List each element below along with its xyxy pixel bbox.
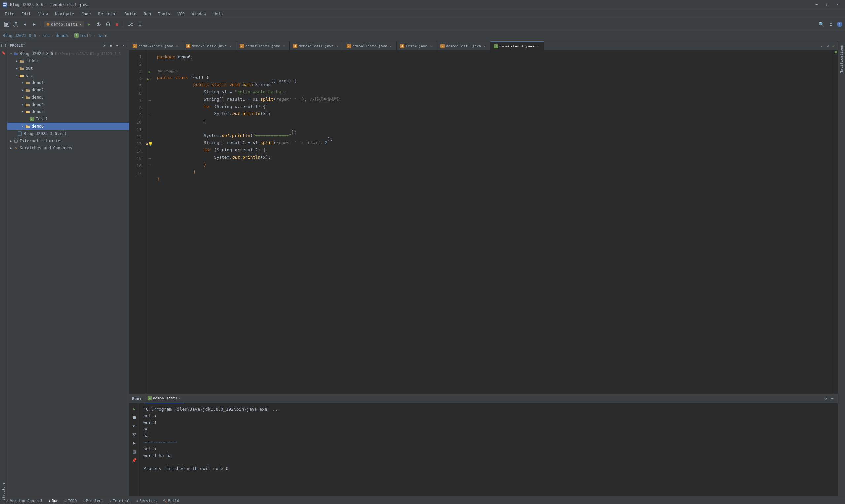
run-scroll-to-end-icon[interactable] — [131, 440, 138, 447]
toolbar-navigate-forward[interactable]: ▶ — [30, 20, 38, 29]
run-with-coverage-button[interactable] — [104, 20, 112, 29]
sidebar-collapse-icon[interactable]: ─ — [115, 43, 120, 48]
sidebar-expand-icon[interactable]: ⊞ — [108, 43, 113, 48]
fold-icon-15[interactable]: ─ — [148, 156, 151, 161]
close-button[interactable]: ✕ — [833, 1, 842, 8]
run-clear-icon[interactable] — [131, 448, 138, 455]
tab-demo4-test1[interactable]: J demo4\Test1.java ✕ — [290, 41, 343, 51]
git-icon[interactable]: ⎇ — [127, 20, 135, 29]
project-panel-toggle[interactable] — [0, 42, 7, 49]
menu-edit[interactable]: Edit — [18, 11, 34, 17]
tree-item-out[interactable]: ▶ out — [7, 65, 129, 72]
tab-close-demo6-test1[interactable]: ✕ — [536, 44, 540, 49]
tab-dropdown-icon[interactable]: ▾ — [819, 43, 825, 49]
tab-demo4-test2[interactable]: J demo4\Test2.java ✕ — [343, 41, 397, 51]
tab-close-demo2-test1[interactable]: ✕ — [175, 43, 179, 48]
tree-item-src[interactable]: ▾ src — [7, 72, 129, 79]
menu-code[interactable]: Code — [78, 11, 94, 17]
maximize-button[interactable]: □ — [823, 1, 832, 8]
tab-test4[interactable]: J Test4.java ✕ — [397, 41, 437, 51]
run-tab-demo6[interactable]: J demo6.Test1 ✕ — [144, 394, 184, 403]
breadcrumb-src[interactable]: src — [42, 33, 50, 38]
run-arrow-4[interactable]: ▶ — [147, 77, 149, 81]
tree-item-iml[interactable]: Blog_J2023_8_6.iml — [7, 130, 129, 137]
toolbar-navigate-back[interactable]: ◀ — [21, 20, 29, 29]
tree-item-scratches[interactable]: ▶ ✎ Scratches and Consoles — [7, 144, 129, 152]
menu-help[interactable]: Help — [210, 11, 226, 17]
gutter-row-13[interactable]: ● 💡 — [146, 141, 153, 148]
todo-button[interactable]: ☑ TODO — [63, 498, 78, 504]
breadcrumb-demo6[interactable]: demo6 — [56, 33, 68, 38]
menu-view[interactable]: View — [35, 11, 51, 17]
sidebar-gear-icon[interactable]: ⚙ — [101, 43, 107, 48]
run-pin-icon[interactable]: 📌 — [131, 457, 138, 464]
tab-close-demo2-test2[interactable]: ✕ — [228, 43, 233, 48]
tree-item-test1-demo5[interactable]: J Test1 — [7, 115, 129, 123]
menu-build[interactable]: Build — [121, 11, 140, 17]
tab-demo6-test1[interactable]: J demo6\Test1.java ✕ — [491, 41, 544, 51]
run-rerun-icon[interactable]: ▶ — [131, 406, 138, 413]
run-button[interactable]: ▶ — [86, 20, 93, 29]
code-container[interactable]: 1 2 3 4 5 6 7 8 9 10 11 12 13 14 15 16 1… — [129, 51, 838, 394]
menu-file[interactable]: File — [1, 11, 17, 17]
tab-demo2-test1[interactable]: J demo2\Test1.java ✕ — [129, 41, 183, 51]
run-arrow-3[interactable]: ▶ — [148, 70, 151, 74]
toolbar-project-icon[interactable] — [3, 20, 11, 29]
version-control-button[interactable]: ⎇ Version Control — [3, 498, 45, 504]
run-config-selector[interactable]: demo6.Test1 ▾ — [44, 21, 84, 28]
breadcrumb-method[interactable]: main — [98, 33, 107, 38]
sidebar-close-icon[interactable]: ✕ — [121, 43, 126, 48]
tab-close-demo5-test1[interactable]: ✕ — [482, 43, 487, 48]
notification-badge[interactable]: ! — [837, 22, 842, 27]
run-bottom-button[interactable]: ▶ Run — [47, 498, 60, 504]
run-stop-icon[interactable] — [131, 414, 138, 421]
gutter-row-15[interactable]: ─ — [146, 155, 153, 162]
tree-item-demo1[interactable]: ▶ demo1 — [7, 79, 129, 86]
breadcrumb-file[interactable]: Test1 — [80, 33, 91, 38]
tree-item-ext-libs[interactable]: ▶ External Libraries — [7, 137, 129, 144]
tree-item-idea[interactable]: ▶ .idea — [7, 57, 129, 65]
tab-close-demo3-test1[interactable]: ✕ — [282, 43, 286, 48]
terminal-button[interactable]: ▸ Terminal — [107, 498, 132, 504]
bookmarks-panel-toggle[interactable]: 🔖 — [0, 50, 7, 56]
menu-refactor[interactable]: Refactor — [95, 11, 121, 17]
debug-button[interactable] — [95, 20, 103, 29]
code-content[interactable]: package demo6; no usages public class Te… — [153, 51, 834, 394]
run-filter-icon[interactable] — [131, 431, 138, 438]
gutter-row-4[interactable]: ▶ ─ — [146, 75, 153, 83]
fold-icon-7[interactable]: ─ — [148, 98, 151, 103]
tree-item-demo2[interactable]: ▶ demo2 — [7, 86, 129, 94]
gutter-row-9[interactable]: ─ — [146, 111, 153, 119]
settings-button[interactable]: ⚙ — [827, 20, 835, 29]
structure-panel-toggle[interactable]: Structure — [0, 488, 7, 495]
run-tab-close[interactable]: ✕ — [179, 396, 180, 400]
menu-vcs[interactable]: VCS — [174, 11, 188, 17]
menu-run[interactable]: Run — [140, 11, 154, 17]
run-panel-settings-icon[interactable]: ⚙ — [823, 396, 828, 401]
build-button[interactable]: 🔨 Build — [161, 498, 181, 504]
fold-icon-4[interactable]: ─ — [149, 76, 152, 81]
toolbar-structure-icon[interactable] — [12, 20, 20, 29]
gutter-row-7[interactable]: ─ — [146, 97, 153, 104]
tab-close-test4[interactable]: ✕ — [429, 43, 434, 48]
minimize-button[interactable]: ─ — [812, 1, 821, 8]
tab-demo3-test1[interactable]: J demo3\Test1.java ✕ — [236, 41, 290, 51]
notifications-label[interactable]: Notifications — [839, 42, 845, 76]
fold-icon-9[interactable]: ─ — [148, 113, 151, 118]
gutter-row-16[interactable]: ─ — [146, 162, 153, 169]
menu-window[interactable]: Window — [189, 11, 209, 17]
tree-item-demo4[interactable]: ▶ demo4 — [7, 101, 129, 108]
tree-root-project[interactable]: ▾ Blog_J2023_8_6 D:\Project\JAVA\Blog_J2… — [7, 50, 129, 57]
services-button[interactable]: ◈ Services — [134, 498, 159, 504]
tab-settings-icon[interactable]: ⚙ — [826, 43, 831, 49]
tab-close-demo4-test1[interactable]: ✕ — [335, 43, 340, 48]
problems-button[interactable]: ⚠ Problems — [81, 498, 105, 504]
tab-demo5-test1[interactable]: J demo5\Test1.java ✕ — [437, 41, 491, 51]
tree-item-demo3[interactable]: ▶ demo3 — [7, 94, 129, 101]
search-button[interactable]: 🔍 — [817, 20, 825, 29]
menu-navigate[interactable]: Navigate — [52, 11, 77, 17]
run-panel-minimize-icon[interactable]: ─ — [830, 396, 835, 401]
tree-item-demo5[interactable]: ▾ demo5 — [7, 108, 129, 115]
breadcrumb-project[interactable]: Blog_J2023_8_6 — [3, 33, 36, 38]
fold-icon-16[interactable]: ─ — [148, 164, 151, 168]
